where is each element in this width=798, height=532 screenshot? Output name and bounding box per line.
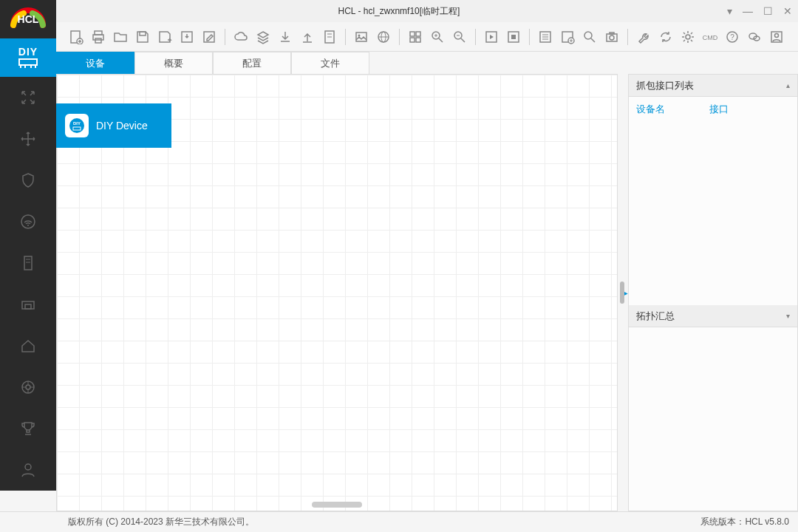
svg-rect-60 [24, 256, 32, 270]
svg-rect-64 [25, 304, 31, 309]
svg-line-27 [461, 38, 465, 42]
svg-point-66 [26, 385, 30, 389]
cmd-icon[interactable]: CMD [700, 27, 720, 47]
cloud-icon[interactable] [231, 27, 250, 47]
statusbar: 版权所有 (C) 2014-2023 新华三技术有限公司。 系统版本：HCL v… [0, 511, 798, 532]
topology-panel-header[interactable]: 拓扑汇总 ▾ [629, 305, 797, 327]
tab-0[interactable]: 设备 [56, 52, 134, 74]
tab-3[interactable]: 文件 [291, 52, 369, 74]
window-title: HCL - hcl_zwxnmf10[临时工程] [338, 5, 460, 18]
zoomin-icon[interactable] [428, 27, 447, 47]
svg-rect-21 [416, 38, 420, 42]
sidebar-move-icon[interactable] [0, 118, 56, 160]
sidebar-trophy-icon[interactable] [0, 408, 56, 449]
topology-title: 拓扑汇总 [636, 310, 675, 323]
svg-line-41 [591, 38, 595, 42]
capture-title: 抓包接口列表 [636, 79, 694, 92]
print-icon[interactable] [89, 27, 108, 47]
toolbar: CMD? [0, 22, 798, 52]
svg-rect-5 [93, 35, 103, 40]
sidebar-expand-icon[interactable] [0, 77, 56, 118]
svg-point-71 [25, 464, 31, 470]
svg-point-45 [686, 35, 690, 39]
svg-point-43 [610, 35, 614, 40]
sidebar-wheel-icon[interactable] [0, 366, 56, 408]
left-sidebar: HCL DIY [0, 0, 56, 491]
topology-body [629, 327, 797, 511]
logo: HCL [0, 0, 56, 38]
help-icon[interactable]: ? [723, 27, 742, 47]
diy-flyout[interactable]: DIY DIY Device [56, 103, 171, 148]
svg-rect-7 [140, 32, 146, 35]
sidebar-port-icon[interactable] [0, 284, 56, 325]
diy-label: DIY [18, 46, 38, 58]
save-icon[interactable] [133, 27, 152, 47]
collapse-icon[interactable]: ▴ [786, 81, 790, 89]
splitter[interactable]: ▶ [618, 74, 628, 511]
new-icon[interactable] [66, 27, 86, 47]
col-interface[interactable]: 接口 [709, 103, 729, 116]
collapse-icon[interactable]: ▾ [786, 312, 790, 320]
edit-icon[interactable] [200, 27, 219, 47]
tab-2[interactable]: 配置 [213, 52, 291, 74]
svg-rect-6 [95, 38, 101, 43]
open-icon[interactable] [111, 27, 130, 47]
col-device[interactable]: 设备名 [636, 103, 665, 116]
close-icon[interactable]: ✕ [783, 5, 792, 17]
play-icon[interactable] [482, 27, 501, 47]
diy-device-icon: DIY [65, 114, 89, 137]
saveas-icon[interactable] [155, 27, 174, 47]
list1-icon[interactable] [536, 27, 555, 47]
export-icon[interactable] [177, 27, 197, 47]
capture-panel-header[interactable]: 抓包接口列表 ▴ [629, 75, 797, 97]
stop-icon[interactable] [504, 27, 523, 47]
svg-point-72 [69, 118, 84, 133]
gear-icon[interactable] [678, 27, 698, 47]
svg-text:DIY: DIY [73, 121, 81, 126]
image-icon[interactable] [352, 27, 371, 47]
svg-point-40 [584, 32, 592, 39]
minimize-icon[interactable]: — [743, 5, 753, 17]
svg-point-59 [27, 225, 29, 226]
svg-rect-13 [356, 33, 366, 41]
svg-rect-20 [410, 38, 415, 42]
up-icon[interactable] [298, 27, 317, 47]
wrench-icon[interactable] [634, 27, 653, 47]
window-controls: ▾ — ☐ ✕ [727, 5, 792, 17]
sidebar-server-icon[interactable] [0, 242, 56, 284]
svg-rect-19 [416, 32, 420, 36]
down-icon[interactable] [276, 27, 295, 47]
tabs: 设备概要配置文件 [56, 52, 798, 74]
list2-icon[interactable] [558, 27, 577, 47]
svg-rect-31 [511, 35, 516, 39]
refresh-icon[interactable] [656, 27, 675, 47]
sidebar-home-icon[interactable] [0, 325, 56, 366]
capture-body [629, 122, 797, 305]
user-icon[interactable] [767, 27, 786, 47]
zoomout-icon[interactable] [450, 27, 469, 47]
wechat-icon[interactable] [745, 27, 764, 47]
copyright-text: 版权所有 (C) 2014-2023 新华三技术有限公司。 [68, 516, 254, 528]
sidebar-item-diy[interactable]: DIY [0, 38, 56, 77]
svg-text:CMD: CMD [703, 34, 717, 41]
dropdown-icon[interactable]: ▾ [727, 5, 732, 17]
search-icon[interactable] [580, 27, 599, 47]
svg-line-23 [439, 38, 443, 42]
horizontal-scrollbar[interactable] [57, 502, 617, 509]
doc-icon[interactable] [320, 27, 339, 47]
svg-point-52 [775, 33, 779, 37]
camera-icon[interactable] [602, 27, 621, 47]
sidebar-wifi-icon[interactable] [0, 201, 56, 242]
sidebar-user-icon[interactable] [0, 449, 56, 491]
layers-icon[interactable] [253, 27, 273, 47]
tab-1[interactable]: 概要 [134, 52, 213, 74]
maximize-icon[interactable]: ☐ [763, 5, 773, 17]
svg-rect-63 [22, 301, 34, 309]
svg-rect-18 [410, 32, 415, 36]
diy-device-label: DIY Device [96, 120, 148, 132]
sidebar-shield-icon[interactable] [0, 160, 56, 201]
svg-rect-44 [610, 33, 614, 34]
right-panel: 抓包接口列表 ▴ 设备名 接口 拓扑汇总 ▾ [628, 74, 798, 511]
grid-icon[interactable] [406, 27, 425, 47]
globe-icon[interactable] [374, 27, 393, 47]
